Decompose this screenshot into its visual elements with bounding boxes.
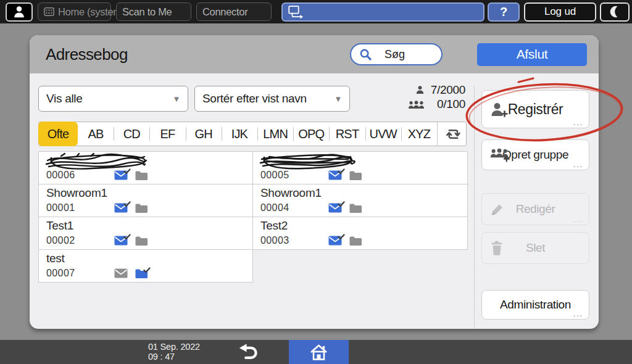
list-column: Vis alle ▼ Sortér efter vist navn ▼ 7/20… [38,86,467,329]
contact-number: 00003 [260,235,304,246]
screen-background: Adressebog Søg Afslut Vis alle ▼ [0,23,632,340]
delete-label: Slet [526,241,545,255]
tab-label: LMN [263,127,288,141]
user-icon [12,4,26,19]
display-filter-value: Vis alle [46,92,83,105]
logout-label: Log ud [544,6,576,18]
email-destination-icon [114,268,128,278]
check-icon [123,231,131,242]
tab-home-system[interactable]: Home (system) [38,2,111,21]
contact-number: 00002 [46,235,89,246]
sort-value: Sortér efter vist navn [202,92,307,105]
screen-share-icon [288,6,305,19]
tab-label: EF [160,127,175,141]
tab-lmn[interactable]: LMN [257,122,293,146]
index-tab-bar: Ofte AB CD EF GH IJK LMN OPQ RST UVW XYZ [38,122,467,146]
folder-destination-icon [135,171,148,180]
contact-name: Test1 [46,219,246,233]
page-title: Adressebog [46,45,350,64]
edit-label: Redigér [516,202,555,216]
add-group-icon [490,147,510,162]
contact-cell[interactable]: Test1 00002 [38,217,253,250]
tab-label: AB [88,127,104,141]
home-button[interactable] [289,340,349,364]
contact-cell[interactable]: test 00007 [38,249,253,283]
email-destination-icon [114,170,128,180]
tab-cd[interactable]: CD [114,122,149,146]
help-label: ? [500,5,507,19]
email-destination-icon [328,203,342,213]
check-icon [338,199,345,210]
contact-number: 00006 [46,170,89,181]
tab-label: IJK [231,127,248,141]
email-destination-icon [114,203,128,213]
administration-label: Administration [500,298,571,312]
create-group-button[interactable]: Opret gruppe ... [481,139,589,170]
folder-destination-icon [349,204,362,213]
tab-ef[interactable]: EF [149,122,185,146]
check-icon [143,265,151,276]
contact-name [260,154,461,168]
exit-label: Afslut [517,47,548,62]
chevron-down-icon: ▼ [334,94,342,104]
top-bar: Home (system) Scan to Me Connector ? Log… [0,0,632,23]
contact-cell[interactable]: Test2 00003 [252,217,468,250]
empty-cell [252,249,468,283]
help-button[interactable]: ? [488,2,520,22]
exit-button[interactable]: Afslut [477,43,587,66]
tab-rst[interactable]: RST [329,122,365,146]
folder-destination-icon [135,236,148,246]
tab-ofte[interactable]: Ofte [38,122,78,146]
register-label: Registrér [508,101,563,118]
more-indicator: ... [573,214,583,224]
user-button[interactable] [6,2,33,22]
contact-cell[interactable]: Showroom1 00001 [38,184,253,217]
contact-cell[interactable]: 00006 [38,151,253,184]
tab-uvw[interactable]: UVW [365,122,401,146]
tab-opq[interactable]: OPQ [293,122,329,146]
folder-destination-icon [349,171,362,180]
time-label: 09 : 47 [148,352,200,362]
sleep-mode-button[interactable] [600,2,630,22]
contact-cell[interactable]: Showroom1 00004 [252,184,468,217]
search-button[interactable]: Søg [350,43,443,65]
folder-destination-icon [135,269,148,278]
contact-count: 7/2000 [431,83,465,97]
tab-scan-to-me[interactable]: Scan to Me [116,2,191,21]
more-indicator: ... [573,117,583,127]
current-app-button[interactable] [281,2,484,22]
tab-connector[interactable]: Connector [196,2,272,21]
redaction-scribble [43,152,151,172]
tab-label: Ofte [48,127,69,141]
tab-xyz[interactable]: XYZ [401,122,437,146]
tab-ijk[interactable]: IJK [222,122,257,146]
folder-destination-icon [349,236,362,246]
register-button[interactable]: Registrér ... [481,90,589,128]
tab-ab[interactable]: AB [78,122,114,146]
create-group-label: Opret gruppe [502,148,568,162]
tab-label: XYZ [408,127,431,141]
administration-button[interactable]: Administration ... [481,290,589,320]
capacity-counters: 7/2000 0/100 [406,83,465,112]
display-filter-dropdown[interactable]: Vis alle ▼ [38,86,188,112]
back-button[interactable] [225,340,270,364]
check-icon [338,166,345,177]
tab-label: RST [336,127,359,141]
switch-view-icon [443,127,461,141]
contact-name: Showroom1 [260,186,461,201]
edit-button: Redigér ... [481,193,589,225]
tab-gh[interactable]: GH [186,122,222,146]
switch-view-button[interactable] [437,122,466,146]
contact-cell[interactable]: 00005 [252,151,468,184]
action-sidebar: Registrér ... Opret gruppe ... Redigér .… [474,86,591,329]
contact-name [46,154,246,168]
filter-row: Vis alle ▼ Sortér efter vist navn ▼ 7/20… [38,86,467,112]
check-icon [338,231,345,242]
tab-label: Home (system) [58,6,125,18]
contact-name: Showroom1 [46,186,246,201]
logout-button[interactable]: Log ud [524,2,596,22]
email-destination-icon [114,236,128,246]
more-indicator: ... [573,308,583,318]
contact-number: 00005 [260,170,304,181]
sort-dropdown[interactable]: Sortér efter vist navn ▼ [194,86,350,112]
